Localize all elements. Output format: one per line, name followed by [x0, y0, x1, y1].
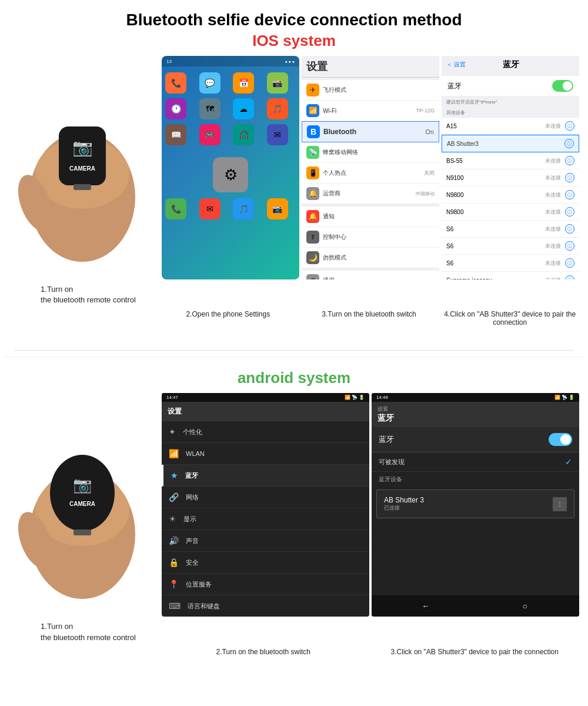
ios-screenshot-bluetooth: ＜ 设置 蓝牙 蓝牙 建议您开启蓝牙"iPhone" 其他设备 — [442, 56, 579, 279]
android-section: android system 📷 CAMERA — [3, 357, 585, 673]
svg-rect-6 — [74, 184, 91, 190]
svg-text:CAMERA: CAMERA — [69, 501, 95, 507]
hand-image-ios: 📷 CAMERA — [15, 56, 156, 279]
bt-toggle-on — [552, 80, 573, 92]
ios-step2-label: 2.Open the phone Settings — [159, 310, 298, 327]
ios-title: IOS system — [9, 32, 579, 50]
setting-row-wifi: 📶 Wi-Fi TP-12G — [302, 101, 439, 121]
android-bluetooth-row: ★蓝牙 — [162, 465, 369, 487]
android-step3-label: 3.Click on "AB Shutter3" device to pair … — [370, 648, 580, 656]
android-screenshot-bt: 14:46 📶 📡 🔋 设置 蓝牙 蓝牙 可被发现 ✓ — [372, 393, 579, 617]
ios-step3-label: 3.Turn on the bluetooth switch — [300, 310, 439, 327]
android-bt-home-btn[interactable]: ○ — [516, 600, 534, 612]
ios-step1-caption: 1.Turn on the bluetooth remote control — [35, 284, 136, 305]
ios-screenshot-settings: 设置 ✈ 飞行模式 📶 Wi-Fi TP-12G — [302, 56, 439, 279]
section-divider — [15, 350, 573, 351]
android-sound: 🔊声音 — [162, 530, 369, 552]
android-ab-shutter-row: AB Shutter 3 已连接 ⋮ — [376, 489, 574, 518]
android-toggle-on — [549, 433, 572, 446]
android-wlan: 📶WLAN — [162, 443, 369, 465]
android-screenshot-settings: 14:47 📶 📡 🔋 设置 ✦个性化 📶WLAN ★蓝牙 🔗网络 — [162, 393, 369, 617]
ab-shutter3-row: AB Shutter3 ⓘ — [442, 135, 579, 152]
android-settings-header: 设置 — [162, 402, 369, 421]
setting-row-hotspot: 📱 个人热点 关闭 — [302, 163, 439, 184]
setting-row-bluetooth: B Bluetooth On — [302, 121, 439, 142]
bt-toggle-row: 蓝牙 — [442, 76, 579, 96]
android-location: 📍位置服务 — [162, 574, 369, 595]
ios-screenshots: 13 ● ● ● 📞 💬 📅 📸 🕐 🗺 ☁ 🎵 📖 🎮 — [162, 56, 579, 279]
android-step2-label: 2.Turn on the bluetooth switch — [159, 648, 368, 656]
svg-text:📷: 📷 — [73, 475, 92, 494]
hand-svg-android: 📷 CAMERA — [15, 393, 150, 605]
hand-image-android: 📷 CAMERA — [15, 393, 156, 617]
setting-row-airplane: ✈ 飞行模式 — [302, 80, 439, 101]
svg-text:📷: 📷 — [72, 138, 93, 157]
android-step-labels: 2.Turn on the bluetooth switch 3.Click o… — [159, 643, 579, 656]
android-title: android system — [9, 369, 579, 387]
android-bt-status-bar: 14:46 📶 📡 🔋 — [372, 393, 579, 402]
android-step1-caption: 1.Turn on the bluetooth remote control — [35, 621, 136, 642]
android-discoverable-row: 可被发现 ✓ — [372, 452, 579, 472]
android-bt-nav-bar: ← ○ — [372, 595, 579, 617]
svg-text:CAMERA: CAMERA — [69, 165, 95, 172]
page-title: Bluetooth selfie device connection metho… — [3, 0, 585, 32]
ios-section: IOS system 📷 — [3, 32, 585, 344]
android-status-bar: 14:47 📶 📡 🔋 — [162, 393, 369, 402]
android-security: 🔒安全 — [162, 552, 369, 574]
android-display: ☀显示 — [162, 508, 369, 530]
android-bt-devices-header: 蓝牙设备 — [372, 472, 579, 487]
hand-device-ios: 📷 CAMERA 1.Turn on the bluetooth remote … — [9, 56, 162, 305]
android-screenshots: 14:47 📶 📡 🔋 设置 ✦个性化 📶WLAN ★蓝牙 🔗网络 — [162, 393, 579, 617]
svg-rect-13 — [74, 530, 91, 535]
android-bt-back-btn[interactable]: ← — [417, 600, 435, 612]
android-language: ⌨语言和键盘 — [162, 595, 369, 617]
setting-row-carrier: 🔔 运营商 中国移动 — [302, 184, 439, 204]
hand-device-android: 📷 CAMERA 1.Turn on the bluetooth remote … — [9, 393, 162, 642]
ios-screenshot-home: 13 ● ● ● 📞 💬 📅 📸 🕐 🗺 ☁ 🎵 📖 🎮 — [162, 56, 299, 279]
setting-row-cellular: 📡 蜂窝移动网络 — [302, 142, 439, 163]
hand-svg-ios: 📷 CAMERA — [15, 56, 150, 268]
android-bt-toggle-row: 蓝牙 — [372, 427, 579, 452]
android-network: 🔗网络 — [162, 487, 369, 508]
android-personalize: ✦个性化 — [162, 421, 369, 443]
ios-step4-label: 4.Click on "AB Shutter3" device to pair … — [440, 310, 579, 327]
ios-step-labels: 2.Open the phone Settings 3.Turn on the … — [159, 305, 579, 327]
